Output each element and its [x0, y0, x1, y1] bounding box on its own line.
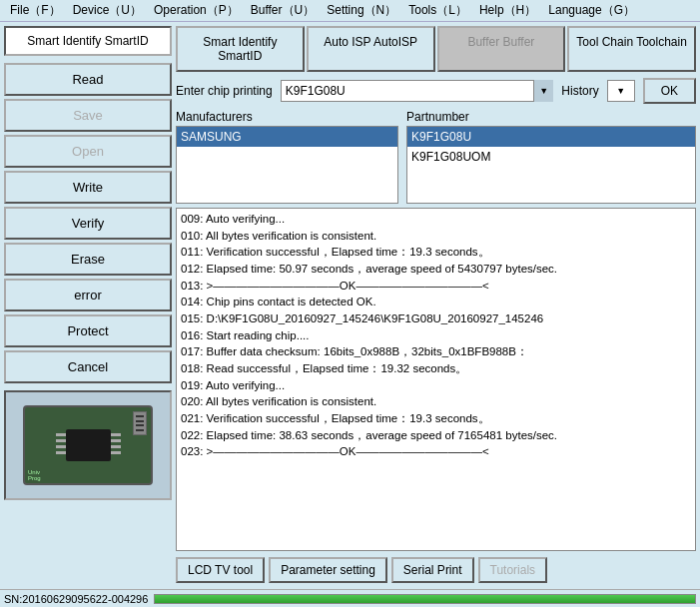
device-image-area: UnivProg — [4, 390, 172, 500]
log-area-wrap: 009: Auto verifying...010: All bytes ver… — [176, 208, 696, 551]
log-line: 023: >———————————OK———————————< — [181, 443, 691, 460]
log-area[interactable]: 009: Auto verifying...010: All bytes ver… — [176, 208, 696, 551]
left-panel: Smart Identify SmartID Read Save Open Wr… — [4, 26, 172, 585]
log-line: 011: Verification successful，Elapsed tim… — [181, 244, 691, 261]
read-button[interactable]: Read — [4, 63, 172, 96]
menu-file[interactable]: File（F） — [4, 0, 67, 21]
log-line: 016: Start reading chip.... — [181, 327, 691, 344]
partnumber-label: Partnumber — [406, 110, 696, 124]
open-button[interactable]: Open — [4, 135, 172, 168]
top-tabs-row: Smart Identify SmartID Auto ISP AutoISP … — [176, 26, 696, 72]
manufacturers-label: Manufacturers — [176, 110, 398, 124]
progress-bar-fill — [155, 595, 695, 603]
menu-tools[interactable]: Tools（L） — [402, 0, 473, 21]
log-line: 010: All bytes verification is consisten… — [181, 228, 691, 245]
error-button[interactable]: error — [4, 279, 172, 311]
log-line: 021: Verification successful，Elapsed tim… — [181, 410, 691, 427]
log-line: 020: All bytes verification is consisten… — [181, 393, 691, 410]
log-line: 019: Auto verifying... — [181, 377, 691, 394]
log-line: 012: Elapsed time: 50.97 seconds，average… — [181, 261, 691, 278]
protect-button[interactable]: Protect — [4, 314, 172, 347]
chip-input[interactable] — [281, 80, 554, 102]
tab-toolchain[interactable]: Tool Chain Toolchain — [567, 26, 696, 72]
ok-button[interactable]: OK — [643, 78, 696, 104]
pn-item-1[interactable]: K9F1G08UOM — [407, 147, 695, 167]
right-panel: Smart Identify SmartID Auto ISP AutoISP … — [176, 26, 696, 585]
menu-operation[interactable]: Operation（P） — [148, 0, 245, 21]
menu-bar: File（F） Device（U） Operation（P） Buffer（U）… — [0, 0, 700, 22]
parameter-setting-button[interactable]: Parameter setting — [269, 557, 387, 583]
history-dropdown[interactable]: ▼ — [607, 80, 635, 102]
partnumber-list[interactable]: K9F1G08U K9F1G08UOM — [406, 126, 696, 204]
log-line: 022: Elapsed time: 38.63 seconds，average… — [181, 427, 691, 444]
log-line: 014: Chip pins contact is detected OK. — [181, 294, 691, 310]
chip-dropdown-arrow[interactable]: ▼ — [533, 80, 553, 102]
smart-identify-tab[interactable]: Smart Identify SmartID — [4, 26, 172, 56]
tab-smart-identify[interactable]: Smart Identify SmartID — [176, 26, 305, 72]
menu-device[interactable]: Device（U） — [67, 0, 148, 21]
status-bar: SN:20160629095622-004296 — [0, 589, 700, 607]
menu-setting[interactable]: Setting（N） — [321, 0, 402, 21]
chip-printing-row: Enter chip printing ▼ History ▼ OK — [176, 76, 696, 106]
history-label: History — [561, 84, 598, 98]
tutorials-button[interactable]: Tutorials — [478, 557, 548, 583]
save-button[interactable]: Save — [4, 99, 172, 132]
erase-button[interactable]: Erase — [4, 243, 172, 276]
partnumber-col: Partnumber K9F1G08U K9F1G08UOM — [406, 110, 696, 204]
menu-language[interactable]: Language（G） — [542, 0, 641, 21]
manufacturers-col: Manufacturers SAMSUNG — [176, 110, 398, 204]
progress-bar-wrap — [154, 594, 696, 604]
log-line: 009: Auto verifying... — [181, 211, 691, 228]
main-container: Smart Identify SmartID Read Save Open Wr… — [0, 22, 700, 589]
menu-buffer[interactable]: Buffer（U） — [245, 0, 321, 21]
menu-help[interactable]: Help（H） — [473, 0, 542, 21]
serial-print-button[interactable]: Serial Print — [391, 557, 474, 583]
status-text: SN:20160629095622-004296 — [4, 593, 148, 605]
log-line: 013: >———————————OK———————————< — [181, 278, 691, 295]
write-button[interactable]: Write — [4, 171, 172, 204]
enter-chip-label: Enter chip printing — [176, 84, 273, 98]
lcd-tv-tool-button[interactable]: LCD TV tool — [176, 557, 265, 583]
pn-item-0[interactable]: K9F1G08U — [407, 127, 695, 147]
manufacturers-list[interactable]: SAMSUNG — [176, 126, 398, 204]
tab-buffer[interactable]: Buffer Buffer — [437, 26, 566, 72]
log-line: 017: Buffer data checksum: 16bits_0x988B… — [181, 343, 691, 360]
mfr-pn-row: Manufacturers SAMSUNG Partnumber K9F1G08… — [176, 110, 696, 204]
log-line: 015: D:\K9F1G08U_20160927_145246\K9F1G08… — [181, 310, 691, 327]
mfr-item-samsung[interactable]: SAMSUNG — [177, 127, 397, 147]
tab-auto-isp[interactable]: Auto ISP AutoISP — [307, 26, 435, 72]
verify-button[interactable]: Verify — [4, 207, 172, 240]
log-line: 018: Read successful，Elapsed time：19.32 … — [181, 360, 691, 377]
bottom-bar: LCD TV tool Parameter setting Serial Pri… — [176, 555, 696, 585]
cancel-button[interactable]: Cancel — [4, 350, 172, 383]
